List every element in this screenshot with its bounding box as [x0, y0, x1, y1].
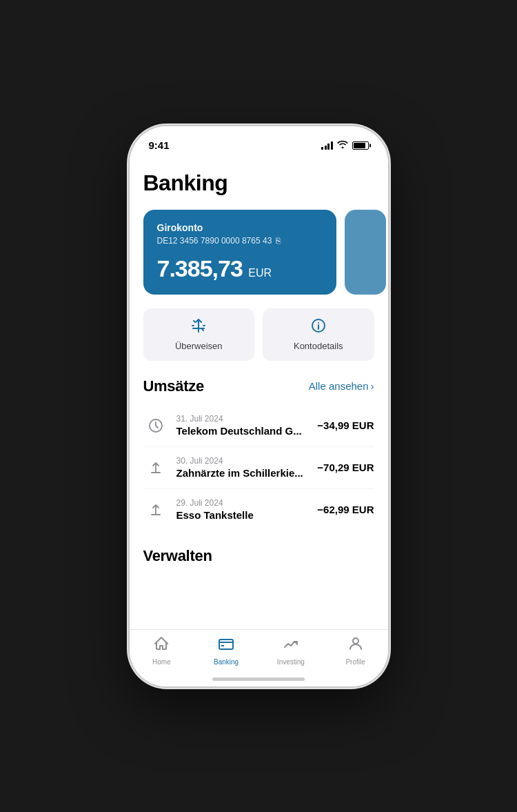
home-indicator [212, 677, 305, 681]
tx-details: 31. Juli 2024 Telekom Deutschland G... [176, 414, 310, 437]
tx-name: Telekom Deutschland G... [176, 425, 310, 437]
card-balance-row: 7.385,73 EUR [157, 255, 323, 282]
tab-investing-label: Investing [277, 658, 305, 666]
transaction-item[interactable]: 30. Juli 2024 Zahnärzte im Schillerkie..… [143, 447, 374, 489]
tx-name: Esso Tankstelle [176, 509, 310, 521]
tx-arrow-icon [143, 497, 168, 522]
details-button[interactable]: Kontodetails [263, 308, 374, 361]
signal-icon [321, 141, 333, 150]
card-currency: EUR [248, 267, 272, 279]
svg-point-1 [318, 322, 319, 324]
transaction-item[interactable]: 29. Juli 2024 Esso Tankstelle −62,99 EUR [143, 489, 374, 531]
tab-investing[interactable]: Investing [258, 635, 323, 666]
tx-details: 29. Juli 2024 Esso Tankstelle [176, 498, 310, 521]
tx-clock-icon [143, 413, 168, 438]
details-label: Kontodetails [294, 341, 343, 351]
card-iban-row: DE12 3456 7890 0000 8765 43 ⎘ [157, 236, 323, 246]
profile-icon [347, 635, 364, 656]
tab-profile-label: Profile [345, 658, 365, 666]
svg-rect-4 [221, 645, 224, 646]
tx-details: 30. Juli 2024 Zahnärzte im Schillerkie..… [176, 456, 310, 479]
transfer-button[interactable]: Überweisen [143, 308, 255, 361]
transactions-title: Umsätze [143, 377, 204, 395]
cards-container: Girokonto DE12 3456 7890 0000 8765 43 ⎘ … [143, 210, 374, 295]
tx-arrow-icon [143, 455, 168, 480]
card-iban: DE12 3456 7890 0000 8765 43 [157, 236, 272, 246]
card-balance: 7.385,73 [157, 255, 243, 281]
tx-date: 30. Juli 2024 [176, 456, 310, 466]
status-icons [321, 140, 369, 150]
svg-point-5 [353, 638, 358, 644]
verwalten-title: Verwalten [143, 547, 374, 565]
svg-rect-3 [219, 640, 233, 649]
tab-home-label: Home [152, 658, 171, 666]
wifi-icon [337, 140, 348, 150]
status-bar: 9:41 [130, 126, 388, 157]
tx-date: 31. Juli 2024 [176, 414, 310, 424]
see-all-label: Alle ansehen [309, 380, 369, 392]
battery-icon [352, 141, 369, 150]
card-mini[interactable] [345, 210, 386, 295]
page-title: Banking [143, 170, 374, 196]
investing-icon [283, 635, 299, 656]
card-type: Girokonto [157, 222, 323, 233]
transactions-header: Umsätze Alle ansehen › [143, 377, 374, 395]
tx-amount: −34,99 EUR [317, 419, 374, 431]
phone-frame: 9:41 Banking [130, 126, 388, 686]
tx-name: Zahnärzte im Schillerkie... [176, 467, 310, 479]
tx-amount: −70,29 EUR [317, 462, 374, 473]
tab-profile[interactable]: Profile [323, 635, 388, 666]
transfer-icon [191, 318, 206, 337]
screen: Banking Girokonto DE12 3456 7890 0000 87… [130, 157, 388, 686]
see-all-link[interactable]: Alle ansehen › [309, 380, 374, 392]
transaction-list: 31. Juli 2024 Telekom Deutschland G... −… [143, 405, 374, 531]
tx-amount: −62,99 EUR [317, 504, 374, 515]
tab-banking[interactable]: Banking [194, 635, 258, 666]
home-icon [153, 635, 170, 656]
chevron-right-icon: › [371, 380, 374, 392]
tx-date: 29. Juli 2024 [176, 498, 310, 508]
banking-icon [218, 635, 234, 656]
tab-home[interactable]: Home [130, 635, 194, 666]
bank-card[interactable]: Girokonto DE12 3456 7890 0000 8765 43 ⎘ … [143, 210, 336, 295]
transfer-label: Überweisen [175, 341, 223, 351]
tab-banking-label: Banking [214, 658, 239, 666]
transaction-item[interactable]: 31. Juli 2024 Telekom Deutschland G... −… [143, 405, 374, 447]
details-icon [311, 318, 326, 337]
status-time: 9:41 [149, 139, 170, 151]
action-buttons: Überweisen Kontodetails [143, 308, 374, 361]
copy-icon[interactable]: ⎘ [276, 236, 281, 246]
